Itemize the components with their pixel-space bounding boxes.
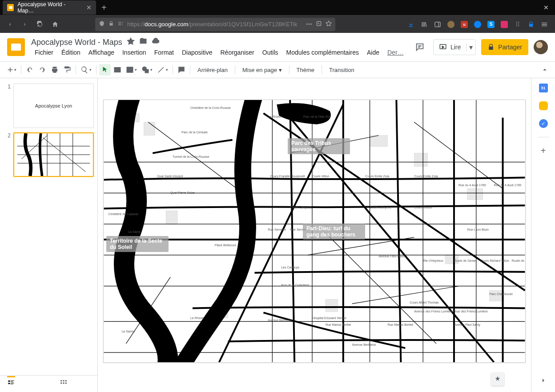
- menu-help[interactable]: Aide: [363, 48, 383, 57]
- lock-icon[interactable]: [109, 21, 114, 28]
- present-button[interactable]: Lire ▾: [433, 39, 476, 55]
- tasks-icon[interactable]: [539, 119, 548, 128]
- shape-tool[interactable]: ▾: [140, 64, 154, 76]
- line-tool[interactable]: ▾: [155, 64, 170, 76]
- zoom-button[interactable]: ▾: [79, 64, 93, 76]
- url-more-icon[interactable]: •••: [306, 21, 312, 28]
- svg-text:Cimetière de la Croix-Rousse: Cimetière de la Croix-Rousse: [190, 106, 231, 109]
- cloud-icon[interactable]: [152, 37, 160, 47]
- grid-view-icon[interactable]: [60, 379, 68, 389]
- slide-thumb-1[interactable]: Apocalypse Lyon: [13, 84, 94, 128]
- menu-arrange[interactable]: Réorganiser: [217, 48, 257, 57]
- explore-button[interactable]: [491, 372, 504, 386]
- menu-format[interactable]: Format: [151, 48, 177, 57]
- image-tool[interactable]: ▾: [124, 64, 139, 76]
- doc-title[interactable]: Apocalypse World - Maps: [31, 38, 122, 47]
- reader-icon[interactable]: [316, 20, 322, 28]
- filmstrip: 1 Apocalypse Lyon 2: [0, 78, 98, 392]
- download-icon[interactable]: [407, 21, 414, 28]
- menu-tools[interactable]: Outils: [259, 48, 282, 57]
- hamburger-icon[interactable]: [541, 21, 548, 28]
- svg-text:Hôspital Edouard Herriot: Hôspital Edouard Herriot: [312, 316, 346, 320]
- url-bar[interactable]: https://docs.google.com/presentation/d/1…: [95, 18, 335, 31]
- menu-insert[interactable]: Insertion: [119, 48, 150, 57]
- tab-close-icon[interactable]: ✕: [86, 4, 92, 11]
- slide-thumb-2[interactable]: [13, 132, 94, 177]
- svg-rect-23: [144, 122, 155, 136]
- redo-button[interactable]: [36, 64, 48, 76]
- shield-icon[interactable]: [99, 20, 105, 28]
- svg-text:Quai Saint-Vincent: Quai Saint-Vincent: [157, 175, 183, 178]
- home-button[interactable]: [49, 18, 61, 31]
- theme-button[interactable]: Thème: [292, 67, 319, 73]
- svg-rect-19: [63, 382, 64, 384]
- svg-rect-0: [317, 21, 321, 25]
- svg-rect-16: [63, 380, 64, 381]
- menu-edit[interactable]: Édition: [58, 48, 84, 57]
- map-label-parc[interactable]: Parc des Tribus sauvages: [288, 138, 350, 154]
- svg-text:Route de Genas: Route de Genas: [511, 259, 525, 262]
- new-tab-button[interactable]: +: [96, 3, 112, 13]
- ext-blue-icon[interactable]: [474, 21, 481, 28]
- paint-format-button[interactable]: [61, 64, 73, 76]
- slides-logo-icon[interactable]: [7, 38, 25, 56]
- tab-strip: Apocalypse World - Map… ✕ + ✕: [0, 0, 555, 15]
- map-label-territoire[interactable]: Territoire de la Secte du Soleil: [106, 236, 169, 252]
- slide-canvas[interactable]: Quai Saint-Vincent Quai Pierre-Scize Cou…: [103, 100, 526, 363]
- menu-addons[interactable]: Modules complémentaires: [283, 48, 362, 57]
- svg-text:Avenue des Frères Lumière: Avenue des Frères Lumière: [414, 310, 452, 313]
- sidebar-icon[interactable]: [434, 21, 441, 28]
- ext-pink-icon[interactable]: [501, 21, 508, 28]
- permissions-icon[interactable]: [117, 20, 124, 28]
- print-button[interactable]: [49, 64, 60, 76]
- bookmark-icon[interactable]: [326, 20, 332, 28]
- collapse-toolbar-icon[interactable]: [539, 64, 551, 76]
- keep-icon[interactable]: [539, 101, 548, 110]
- window-close-icon[interactable]: ✕: [540, 4, 552, 11]
- addons-plus-icon[interactable]: +: [539, 146, 548, 155]
- forward-button[interactable]: [19, 18, 31, 31]
- browser-tab[interactable]: Apocalypse World - Map… ✕: [3, 0, 96, 15]
- svg-text:Cours Vitton: Cours Vitton: [312, 175, 329, 178]
- back-button[interactable]: [4, 18, 16, 31]
- ext-avatar-icon[interactable]: [447, 21, 454, 28]
- svg-text:Cours Albert Thomas: Cours Albert Thomas: [410, 301, 439, 304]
- star-icon[interactable]: [127, 37, 135, 47]
- present-dropdown-icon[interactable]: ▾: [466, 43, 475, 52]
- svg-rect-20: [65, 382, 67, 384]
- svg-rect-14: [11, 384, 13, 384]
- share-button[interactable]: Partager: [481, 39, 528, 55]
- svg-text:Avenue Berthelot: Avenue Berthelot: [268, 319, 291, 322]
- comment-button[interactable]: [176, 64, 187, 76]
- menu-file[interactable]: Fichier: [31, 48, 57, 57]
- menu-view[interactable]: Affichage: [85, 48, 118, 57]
- ext-ublock-icon[interactable]: u: [461, 21, 468, 28]
- library-icon[interactable]: [421, 21, 428, 28]
- ext-lock-icon[interactable]: [527, 21, 535, 28]
- filmstrip-bottom-bar: [0, 375, 98, 392]
- textbox-tool[interactable]: [112, 64, 123, 76]
- move-icon[interactable]: [139, 37, 147, 47]
- svg-text:Cours Richard Vitton: Cours Richard Vitton: [481, 259, 509, 262]
- collapse-panel-icon[interactable]: [539, 376, 548, 385]
- ext-puzzle-icon[interactable]: ⠿: [514, 21, 521, 28]
- menu-slide[interactable]: Diapositive: [178, 48, 216, 57]
- svg-text:Les Canboys: Les Canboys: [281, 266, 299, 269]
- layout-button[interactable]: Mise en page ▾: [238, 67, 286, 73]
- last-edit[interactable]: Der…: [384, 48, 407, 57]
- transition-button[interactable]: Transition: [325, 67, 359, 73]
- undo-button[interactable]: [24, 64, 36, 76]
- svg-text:Rue Léon Blum: Rue Léon Blum: [467, 228, 489, 231]
- ext-s-icon[interactable]: S: [487, 21, 495, 28]
- canvas-area[interactable]: Quai Saint-Vincent Quai Pierre-Scize Cou…: [98, 78, 531, 392]
- new-slide-button[interactable]: ▾: [4, 64, 18, 76]
- filmstrip-view-icon[interactable]: [7, 376, 15, 389]
- map-label-partdieu[interactable]: Part-Dieu: turf du gang des bouchers: [303, 224, 365, 240]
- select-tool[interactable]: [99, 64, 111, 76]
- reload-button[interactable]: [34, 18, 46, 31]
- tab-title: Apocalypse World - Map…: [17, 1, 80, 14]
- calendar-icon[interactable]: [539, 84, 548, 92]
- user-avatar[interactable]: [534, 40, 548, 54]
- comments-button[interactable]: [412, 39, 428, 55]
- background-button[interactable]: Arrière-plan: [193, 67, 232, 73]
